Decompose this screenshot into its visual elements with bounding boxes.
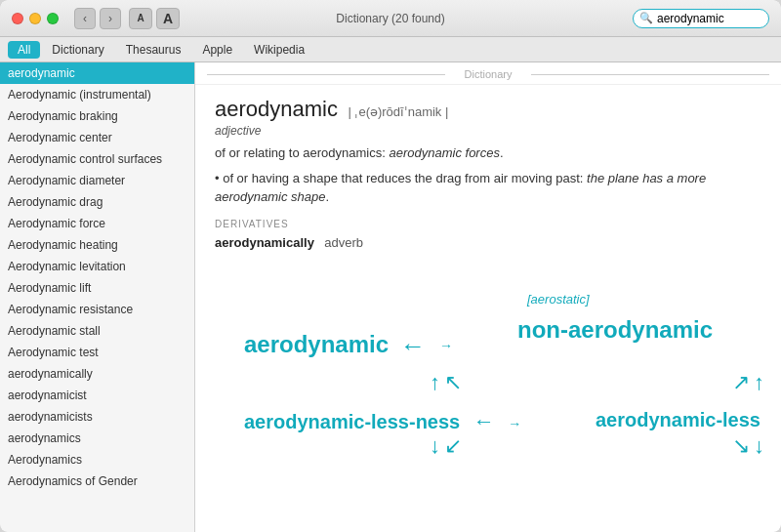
sidebar-item[interactable]: Aerodynamic center — [0, 127, 194, 148]
sidebar-item[interactable]: Aerodynamic resistance — [0, 299, 194, 320]
sidebar-item[interactable]: Aerodynamic heating — [0, 234, 194, 256]
down-arrow-left-1: ↓ — [430, 433, 440, 459]
thesaurus-section: aerodynamic ← → [aerostatic] non-aerodyn… — [195, 263, 781, 533]
window-title: Dictionary (20 found) — [336, 12, 444, 25]
sidebar-item[interactable]: aerodynamic — [0, 62, 194, 84]
derivatives-label: DERIVATIVES — [215, 219, 761, 229]
traffic-lights — [12, 13, 59, 24]
font-increase-button[interactable]: A — [156, 8, 180, 29]
content-area: Dictionary aerodynamic | ˌe(ə)rōdīˈnamik… — [195, 62, 781, 532]
sidebar-item[interactable]: Aerodynamic test — [0, 342, 194, 363]
sidebar: aerodynamicAerodynamic (instrumental)Aer… — [0, 62, 195, 532]
sidebar-item[interactable]: Aerodynamic diameter — [0, 170, 194, 191]
sidebar-item[interactable]: Aerodynamic levitation — [0, 256, 194, 277]
search-icon: 🔍 — [639, 12, 653, 24]
app-window: ‹ › A A Dictionary (20 found) 🔍 ✕ All Di… — [0, 0, 781, 532]
derivative-type: adverb — [324, 235, 363, 250]
up-arrow-right-1: ↗ — [732, 370, 750, 395]
tab-thesaurus[interactable]: Thesaurus — [116, 41, 191, 59]
sidebar-item[interactable]: Aerodynamic control surfaces — [0, 148, 194, 170]
derivative-word: aerodynamically — [215, 235, 314, 250]
arrow-left-icon: ← — [400, 331, 426, 361]
dict-label: Dictionary — [465, 68, 513, 80]
wm-bottom-left-word: aerodynamic-less-ness ← → — [244, 409, 525, 434]
sidebar-item[interactable]: Aerodynamic (instrumental) — [0, 84, 194, 105]
wm-center-word: aerodynamic — [244, 331, 389, 358]
lr-arrows: ← → — [400, 331, 463, 361]
sidebar-item[interactable]: Aerodynamics of Gender — [0, 471, 194, 492]
back-button[interactable]: ‹ — [74, 8, 96, 29]
up-arrow-right-2: ↑ — [754, 370, 764, 395]
maximize-button[interactable] — [47, 13, 59, 24]
close-button[interactable] — [12, 13, 23, 24]
sidebar-item[interactable]: aerodynamicists — [0, 406, 194, 428]
sidebar-item[interactable]: aerodynamically — [0, 363, 194, 385]
sidebar-item[interactable]: Aerodynamic braking — [0, 105, 194, 127]
forward-button[interactable]: › — [100, 8, 121, 29]
wm-right-word: non-aerodynamic — [517, 316, 713, 344]
down-arrows-left: ↓ ↙ — [430, 433, 462, 459]
down-arrow-right-2: ↓ — [754, 433, 764, 459]
up-arrows-right: ↗ ↑ — [732, 370, 764, 395]
entry-definition-1: of or relating to aerodynamics: aerodyna… — [215, 143, 761, 163]
down-arrow-left-2: ↙ — [444, 433, 462, 459]
down-arrow-right-1: ↘ — [732, 433, 750, 459]
wm-bottom-right-word: aerodynamic-less — [596, 409, 760, 431]
font-decrease-button[interactable]: A — [129, 8, 152, 29]
minimize-button[interactable] — [29, 13, 41, 24]
titlebar: ‹ › A A Dictionary (20 found) 🔍 ✕ — [0, 0, 781, 37]
tab-apple[interactable]: Apple — [192, 41, 242, 59]
wm-aerostatic-label: [aerostatic] — [527, 292, 590, 307]
main-area: aerodynamicAerodynamic (instrumental)Aer… — [0, 62, 781, 532]
nav-buttons: ‹ › — [74, 8, 121, 29]
dictionary-entry: aerodynamic | ˌe(ə)rōdīˈnamik | adjectiv… — [195, 85, 781, 263]
sidebar-item[interactable]: Aerodynamic drag — [0, 191, 194, 213]
entry-definition-2: • of or having a shape that reduces the … — [215, 169, 761, 207]
toolbar: All Dictionary Thesaurus Apple Wikipedia — [0, 37, 781, 62]
sidebar-item[interactable]: aerodynamicist — [0, 385, 194, 406]
font-size-controls: A A — [129, 8, 180, 29]
derivatives-section: DERIVATIVES aerodynamically adverb — [215, 219, 761, 251]
sidebar-item[interactable]: Aerodynamic force — [0, 213, 194, 234]
dict-section-header: Dictionary — [195, 62, 781, 85]
entry-word-type: adjective — [215, 124, 761, 138]
search-box[interactable]: 🔍 ✕ — [633, 9, 769, 28]
word-map: aerodynamic ← → [aerostatic] non-aerodyn… — [215, 272, 761, 487]
up-arrow-left-1: ↑ — [430, 370, 440, 395]
search-input[interactable] — [657, 12, 781, 25]
sidebar-item[interactable]: Aerodynamics — [0, 449, 194, 471]
sidebar-item[interactable]: Aerodynamic stall — [0, 320, 194, 342]
tab-dictionary[interactable]: Dictionary — [42, 41, 113, 59]
tab-wikipedia[interactable]: Wikipedia — [244, 41, 314, 59]
up-arrow-left-2: ↖ — [444, 370, 462, 395]
up-arrows-left: ↑ ↖ — [430, 370, 462, 395]
tab-all[interactable]: All — [8, 41, 40, 59]
entry-pronunciation: | ˌe(ə)rōdīˈnamik | — [348, 104, 448, 119]
sidebar-item[interactable]: aerodynamics — [0, 428, 194, 449]
down-arrows-right: ↘ ↓ — [732, 433, 764, 459]
sidebar-item[interactable]: Aerodynamic lift — [0, 277, 194, 299]
entry-word: aerodynamic — [215, 97, 338, 121]
